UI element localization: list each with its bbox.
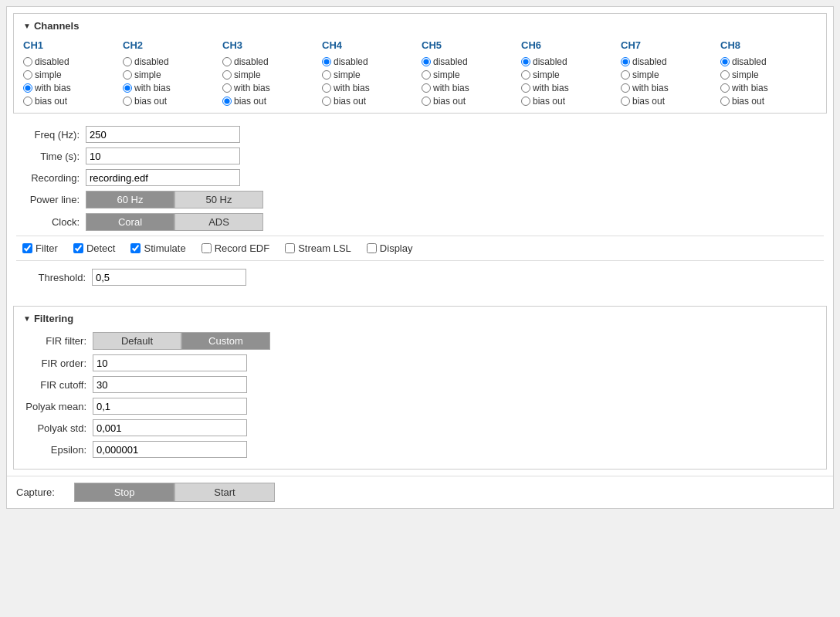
radio-row-ch3-simple: simple — [222, 69, 319, 80]
radio-label-ch5-simple: simple — [433, 69, 460, 80]
capture-row: Capture: Stop Start — [7, 476, 833, 508]
radio-row-ch8-simple: simple — [720, 69, 817, 80]
fir-filter-toggle-group: Default Custom — [93, 332, 270, 350]
channel-label-ch1: CH1 — [23, 39, 120, 51]
freq-input[interactable] — [86, 126, 240, 143]
radio-ch5-simple[interactable] — [422, 70, 431, 80]
radio-ch1-disabled[interactable] — [23, 57, 32, 66]
fir-cutoff-input[interactable] — [93, 376, 247, 393]
radio-row-ch5-bias-out: bias out — [422, 96, 518, 107]
radio-ch6-disabled[interactable] — [521, 57, 530, 66]
radio-row-ch8-bias-out: bias out — [720, 96, 817, 107]
radio-row-ch2-bias-out: bias out — [123, 96, 219, 107]
stream-lsl-label: Stream LSL — [298, 242, 351, 254]
radio-label-ch3-simple: simple — [234, 69, 261, 80]
radio-ch8-disabled[interactable] — [720, 57, 730, 66]
radio-label-ch2-bias-out: bias out — [134, 96, 167, 107]
radio-ch1-with-bias[interactable] — [23, 83, 32, 93]
powerline-50hz-btn[interactable]: 50 Hz — [174, 191, 263, 208]
radio-ch5-with-bias[interactable] — [422, 83, 431, 93]
radio-ch3-with-bias[interactable] — [222, 83, 232, 93]
radio-ch1-bias-out[interactable] — [23, 97, 32, 106]
fir-default-btn[interactable]: Default — [93, 332, 181, 350]
radio-row-ch2-with-bias: with bias — [123, 83, 219, 93]
radio-ch7-simple[interactable] — [621, 70, 630, 80]
radio-row-ch1-disabled: disabled — [23, 56, 120, 67]
radio-row-ch8-with-bias: with bias — [720, 83, 817, 93]
radio-ch2-disabled[interactable] — [123, 57, 132, 66]
fir-order-row: FIR order: — [23, 354, 817, 371]
radio-ch2-simple[interactable] — [123, 70, 132, 80]
radio-label-ch3-with-bias: with bias — [234, 83, 270, 93]
radio-ch6-simple[interactable] — [521, 70, 530, 80]
radio-label-ch7-with-bias: with bias — [632, 83, 669, 93]
fir-custom-btn[interactable]: Custom — [181, 332, 270, 350]
channel-col-ch8: CH8disabledsimplewith biasbias out — [720, 39, 817, 107]
polyak-mean-label: Polyak mean: — [23, 401, 93, 412]
radio-row-ch1-bias-out: bias out — [23, 96, 120, 107]
display-checkbox[interactable] — [367, 243, 377, 253]
fir-cutoff-label: FIR cutoff: — [23, 379, 93, 391]
polyak-std-input[interactable] — [93, 419, 247, 436]
radio-ch4-bias-out[interactable] — [322, 97, 331, 106]
radio-ch5-disabled[interactable] — [422, 57, 431, 66]
radio-label-ch7-disabled: disabled — [632, 56, 667, 67]
polyak-mean-input[interactable] — [93, 398, 247, 415]
channel-label-ch5: CH5 — [422, 39, 518, 51]
channels-grid: CH1disabledsimplewith biasbias outCH2dis… — [23, 39, 817, 107]
threshold-label: Threshold: — [22, 272, 92, 283]
radio-label-ch2-disabled: disabled — [134, 56, 169, 67]
fir-cutoff-row: FIR cutoff: — [23, 376, 817, 393]
powerline-60hz-btn[interactable]: 60 Hz — [86, 191, 174, 208]
radio-row-ch3-bias-out: bias out — [222, 96, 319, 107]
epsilon-label: Epsilon: — [23, 444, 93, 456]
powerline-row: Power line: 60 Hz 50 Hz — [16, 191, 824, 208]
radio-ch4-with-bias[interactable] — [322, 83, 331, 93]
filter-checkbox[interactable] — [22, 243, 32, 253]
capture-stop-btn[interactable]: Stop — [74, 483, 174, 502]
radio-ch4-disabled[interactable] — [322, 57, 331, 66]
radio-ch7-bias-out[interactable] — [621, 97, 630, 106]
radio-ch8-with-bias[interactable] — [720, 83, 730, 93]
radio-ch2-with-bias[interactable] — [123, 83, 132, 93]
radio-ch3-disabled[interactable] — [222, 57, 232, 66]
channel-col-ch5: CH5disabledsimplewith biasbias out — [422, 39, 518, 107]
time-input[interactable] — [86, 147, 240, 164]
stimulate-checkbox[interactable] — [130, 243, 141, 253]
radio-ch8-simple[interactable] — [720, 70, 730, 80]
stimulate-checkbox-item: Stimulate — [130, 242, 185, 254]
radio-ch7-disabled[interactable] — [621, 57, 630, 66]
clock-ads-btn[interactable]: ADS — [174, 213, 263, 231]
radio-ch5-bias-out[interactable] — [422, 97, 431, 106]
detect-checkbox-item: Detect — [73, 242, 116, 254]
recording-input[interactable] — [86, 169, 240, 186]
radio-row-ch7-with-bias: with bias — [621, 83, 717, 93]
capture-start-btn[interactable]: Start — [174, 483, 275, 502]
detect-checkbox[interactable] — [73, 243, 83, 253]
epsilon-input[interactable] — [93, 441, 247, 458]
channel-label-ch8: CH8 — [720, 39, 817, 51]
channel-col-ch4: CH4disabledsimplewith biasbias out — [322, 39, 418, 107]
record-edf-checkbox[interactable] — [202, 243, 212, 253]
radio-ch6-with-bias[interactable] — [521, 83, 530, 93]
channels-arrow: ▼ — [23, 22, 31, 30]
radio-row-ch4-with-bias: with bias — [322, 83, 418, 93]
fir-order-input[interactable] — [93, 354, 247, 371]
record-edf-label: Record EDF — [215, 242, 270, 254]
radio-ch2-bias-out[interactable] — [123, 97, 132, 106]
radio-ch6-bias-out[interactable] — [521, 97, 530, 106]
stream-lsl-checkbox[interactable] — [285, 243, 295, 253]
threshold-input[interactable] — [92, 269, 246, 286]
freq-row: Freq (Hz): — [16, 126, 824, 143]
radio-row-ch1-simple: simple — [23, 69, 120, 80]
radio-ch3-bias-out[interactable] — [222, 97, 232, 106]
radio-ch7-with-bias[interactable] — [621, 83, 630, 93]
radio-ch8-bias-out[interactable] — [720, 97, 730, 106]
channel-label-ch2: CH2 — [123, 39, 219, 51]
settings-area: Freq (Hz): Time (s): Recording: Power li… — [7, 120, 833, 300]
clock-coral-btn[interactable]: Coral — [86, 213, 174, 231]
radio-ch4-simple[interactable] — [322, 70, 331, 80]
radio-ch1-simple[interactable] — [23, 70, 32, 80]
radio-ch3-simple[interactable] — [222, 70, 232, 80]
radio-row-ch3-disabled: disabled — [222, 56, 319, 67]
